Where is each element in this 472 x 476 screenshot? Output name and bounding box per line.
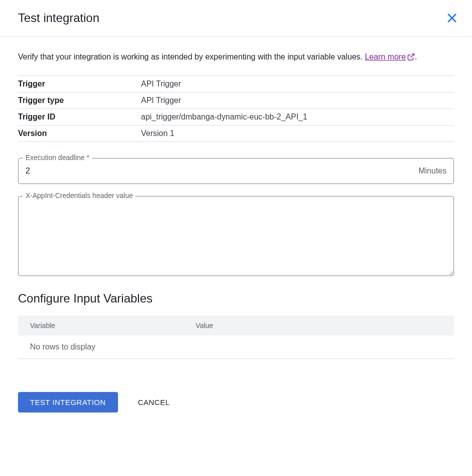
description-text: Verify that your integration is working … [18, 52, 365, 61]
info-row-trigger-id: Trigger ID api_trigger/dmbanga-dynamic-e… [18, 108, 454, 125]
trigger-type-value: API Trigger [141, 92, 454, 108]
vars-col-value: Value [184, 316, 454, 336]
close-icon [446, 12, 458, 24]
info-row-trigger: Trigger API Trigger [18, 76, 454, 92]
execution-deadline-unit: Minutes [418, 166, 446, 176]
version-label: Version [18, 125, 141, 142]
info-row-version: Version Version 1 [18, 125, 454, 142]
trigger-value: API Trigger [141, 76, 454, 92]
trigger-info-table: Trigger API Trigger Trigger type API Tri… [18, 76, 454, 142]
dialog-body: Verify that your integration is working … [0, 36, 472, 369]
learn-more-label: Learn more [365, 50, 406, 64]
execution-deadline-input[interactable] [26, 158, 418, 184]
trigger-id-label: Trigger ID [18, 108, 141, 125]
info-row-trigger-type: Trigger type API Trigger [18, 92, 454, 108]
trigger-id-value: api_trigger/dmbanga-dynamic-euc-bb-2_API… [141, 108, 454, 125]
dialog-header: Test integration [0, 0, 472, 36]
vars-empty-row: No rows to display [18, 336, 454, 359]
credentials-header-textarea[interactable] [18, 196, 454, 276]
vars-col-variable: Variable [18, 316, 184, 336]
cancel-button[interactable]: Cancel [136, 392, 172, 412]
close-button[interactable] [444, 10, 460, 26]
configure-input-vars-title: Configure Input Variables [18, 292, 454, 306]
execution-deadline-field: Execution deadline * Minutes [18, 158, 454, 184]
dialog-title: Test integration [18, 11, 100, 25]
version-value: Version 1 [141, 125, 454, 142]
external-link-icon [407, 53, 415, 61]
test-integration-button[interactable]: Test Integration [18, 392, 118, 412]
vars-table-header-row: Variable Value [18, 316, 454, 336]
vars-empty-message: No rows to display [18, 336, 454, 359]
trigger-type-label: Trigger type [18, 92, 141, 108]
input-variables-table: Variable Value No rows to display [18, 316, 454, 359]
execution-deadline-label: Execution deadline * [23, 154, 92, 162]
credentials-header-field: X-AppInt-Credentials header value [18, 196, 454, 278]
dialog-description: Verify that your integration is working … [18, 50, 454, 64]
trigger-label: Trigger [18, 76, 141, 92]
svg-line-2 [410, 54, 414, 58]
credentials-header-label: X-AppInt-Credentials header value [23, 192, 136, 200]
execution-deadline-wrap: Minutes [18, 158, 454, 184]
learn-more-link[interactable]: Learn more [365, 50, 415, 64]
dialog-footer: Test Integration Cancel [0, 369, 472, 422]
description-suffix: . [415, 52, 417, 61]
